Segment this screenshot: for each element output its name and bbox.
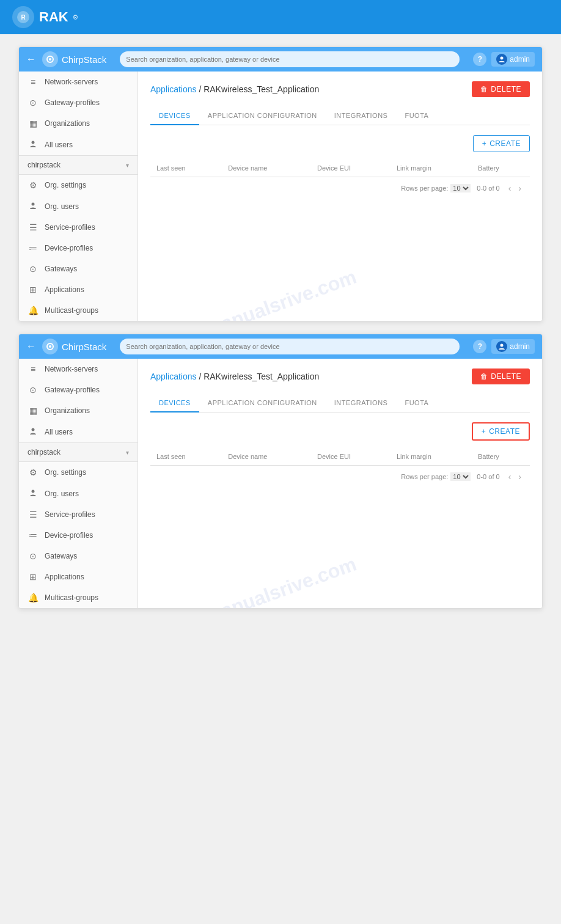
next-page-button-1[interactable]: › bbox=[516, 182, 524, 194]
cs-table-footer-1: Rows per page: 10 25 50 0-0 of 0 ‹ › bbox=[150, 177, 530, 199]
sidebar-item-org-settings[interactable]: ⚙ Org. settings bbox=[19, 175, 138, 196]
sidebar-item-label: Org. users bbox=[45, 490, 79, 498]
cs-topbar-right-1: ? admin bbox=[473, 52, 535, 67]
user-button-1[interactable]: admin bbox=[491, 52, 535, 67]
sidebar-item-label: All users bbox=[45, 428, 73, 436]
tab-fuota-2[interactable]: FUOTA bbox=[396, 394, 437, 413]
tab-app-config-1[interactable]: APPLICATION CONFIGURATION bbox=[199, 107, 326, 125]
svg-point-4 bbox=[501, 57, 504, 60]
cs-search-1[interactable] bbox=[120, 51, 460, 67]
cs-page-header-1: Applications / RAKwireless_Test_Applicat… bbox=[150, 81, 530, 97]
sidebar-item-org-users-2[interactable]: Org. users bbox=[19, 483, 138, 504]
rows-per-page-2: Rows per page: 10 25 50 bbox=[401, 472, 471, 481]
org-selector-1[interactable]: chirpstack ▾ bbox=[19, 156, 138, 175]
breadcrumb-current-1: RAKwireless_Test_Application bbox=[204, 84, 319, 94]
col-battery-1: Battery bbox=[472, 160, 530, 177]
cs-table-toolbar-1: + CREATE bbox=[150, 135, 530, 152]
create-button-2[interactable]: + CREATE bbox=[472, 422, 530, 441]
pagination-nav-2: ‹ › bbox=[506, 471, 524, 483]
tab-integrations-2[interactable]: INTEGRATIONS bbox=[326, 394, 397, 413]
delete-label-2: DELETE bbox=[491, 372, 521, 381]
sidebar-item-label: Applications bbox=[45, 573, 84, 581]
user-icon-2 bbox=[496, 341, 507, 352]
cs-app-name-1: ChirpStack bbox=[62, 54, 106, 65]
sidebar-item-gateway-profiles[interactable]: ⊙ Gateway-profiles bbox=[19, 92, 138, 113]
back-arrow-1[interactable]: ← bbox=[26, 54, 36, 65]
service-profiles-icon: ☰ bbox=[28, 222, 38, 232]
sidebar-item-service-profiles-2[interactable]: ☰ Service-profiles bbox=[19, 504, 138, 525]
rak-header: R RAK® bbox=[0, 0, 561, 34]
breadcrumb-link-2[interactable]: Applications bbox=[150, 372, 197, 381]
svg-point-11 bbox=[32, 490, 35, 493]
tab-devices-2[interactable]: DEVICES bbox=[150, 394, 199, 413]
prev-page-button-1[interactable]: ‹ bbox=[506, 182, 514, 194]
sidebar-item-label: Multicast-groups bbox=[45, 306, 98, 315]
sidebar-item-network-servers[interactable]: ≡ Network-servers bbox=[19, 72, 138, 92]
help-button-1[interactable]: ? bbox=[473, 53, 486, 66]
back-arrow-2[interactable]: ← bbox=[26, 341, 36, 352]
sidebar-item-all-users-2[interactable]: All users bbox=[19, 421, 138, 442]
sidebar-item-organizations[interactable]: ▦ Organizations bbox=[19, 113, 138, 134]
breadcrumb-separator-2: / bbox=[197, 372, 204, 381]
sidebar-item-service-profiles[interactable]: ☰ Service-profiles bbox=[19, 217, 138, 238]
rows-per-page-select-1[interactable]: 10 25 50 bbox=[450, 184, 471, 193]
cs-main-2: Applications / RAKwireless_Test_Applicat… bbox=[138, 359, 542, 608]
sidebar-item-org-settings-2[interactable]: ⚙ Org. settings bbox=[19, 462, 138, 483]
col-battery-2: Battery bbox=[472, 448, 530, 466]
pagination-info-2: 0-0 of 0 bbox=[477, 473, 499, 480]
rows-per-page-select-2[interactable]: 10 25 50 bbox=[450, 472, 471, 481]
cs-search-2[interactable] bbox=[120, 339, 460, 354]
org-settings-icon: ⚙ bbox=[28, 180, 38, 190]
tab-integrations-1[interactable]: INTEGRATIONS bbox=[326, 107, 397, 125]
sidebar-item-label: Network-servers bbox=[45, 78, 98, 86]
sidebar-item-applications[interactable]: ⊞ Applications bbox=[19, 279, 138, 300]
sidebar-item-multicast-groups-2[interactable]: 🔔 Multicast-groups bbox=[19, 587, 138, 608]
tab-app-config-2[interactable]: APPLICATION CONFIGURATION bbox=[199, 394, 326, 413]
devices-table-1: Last seen Device name Device EUI Link ma… bbox=[150, 160, 530, 177]
gateway-profiles-icon-2: ⊙ bbox=[28, 385, 38, 395]
next-page-button-2[interactable]: › bbox=[516, 471, 524, 483]
sidebar-item-device-profiles-2[interactable]: ≔ Device-profiles bbox=[19, 525, 138, 546]
col-device-eui-2: Device EUI bbox=[311, 448, 391, 466]
sidebar-item-all-users[interactable]: All users bbox=[19, 134, 138, 155]
help-button-2[interactable]: ? bbox=[473, 340, 486, 353]
delete-button-1[interactable]: 🗑 DELETE bbox=[472, 81, 530, 97]
sidebar-item-label: Gateways bbox=[45, 265, 77, 273]
sidebar-item-organizations-2[interactable]: ▦ Organizations bbox=[19, 400, 138, 421]
create-label-1: CREATE bbox=[490, 139, 521, 148]
search-input-1[interactable] bbox=[120, 51, 460, 67]
sidebar-item-gateway-profiles-2[interactable]: ⊙ Gateway-profiles bbox=[19, 380, 138, 400]
prev-page-button-2[interactable]: ‹ bbox=[506, 471, 514, 483]
sidebar-item-gateways-2[interactable]: ⊙ Gateways bbox=[19, 546, 138, 566]
col-device-name-1: Device name bbox=[222, 160, 311, 177]
create-button-1[interactable]: + CREATE bbox=[473, 135, 530, 152]
col-link-margin-1: Link margin bbox=[391, 160, 472, 177]
rows-per-page-1: Rows per page: 10 25 50 bbox=[401, 184, 471, 193]
sidebar-item-label: Org. users bbox=[45, 202, 79, 211]
sidebar-item-gateways[interactable]: ⊙ Gateways bbox=[19, 258, 138, 279]
search-input-2[interactable] bbox=[120, 339, 460, 354]
delete-icon-2: 🗑 bbox=[480, 372, 488, 381]
sidebar-item-applications-2[interactable]: ⊞ Applications bbox=[19, 566, 138, 587]
breadcrumb-current-2: RAKwireless_Test_Application bbox=[204, 372, 319, 381]
delete-button-2[interactable]: 🗑 DELETE bbox=[472, 369, 530, 384]
tab-fuota-1[interactable]: FUOTA bbox=[396, 107, 437, 125]
org-selector-2[interactable]: chirpstack ▾ bbox=[19, 443, 138, 462]
cs-body-1: ≡ Network-servers ⊙ Gateway-profiles ▦ O… bbox=[19, 72, 542, 321]
sidebar-item-org-users[interactable]: Org. users bbox=[19, 196, 138, 217]
rows-per-page-label-1: Rows per page: bbox=[401, 185, 448, 192]
gateways-icon: ⊙ bbox=[28, 264, 38, 274]
svg-text:R: R bbox=[21, 14, 26, 21]
user-button-2[interactable]: admin bbox=[491, 339, 535, 354]
svg-point-10 bbox=[32, 428, 35, 431]
rak-brand-text: RAK bbox=[39, 9, 68, 25]
sidebar-item-multicast-groups[interactable]: 🔔 Multicast-groups bbox=[19, 300, 138, 321]
tab-devices-1[interactable]: DEVICES bbox=[150, 107, 199, 125]
device-profiles-icon: ≔ bbox=[28, 243, 38, 253]
breadcrumb-2: Applications / RAKwireless_Test_Applicat… bbox=[150, 372, 319, 381]
sidebar-item-device-profiles[interactable]: ≔ Device-profiles bbox=[19, 238, 138, 258]
create-label-2: CREATE bbox=[489, 427, 520, 436]
sidebar-item-network-servers-2[interactable]: ≡ Network-servers bbox=[19, 359, 138, 380]
breadcrumb-link-1[interactable]: Applications bbox=[150, 84, 197, 94]
sidebar-item-label: Applications bbox=[45, 285, 84, 294]
